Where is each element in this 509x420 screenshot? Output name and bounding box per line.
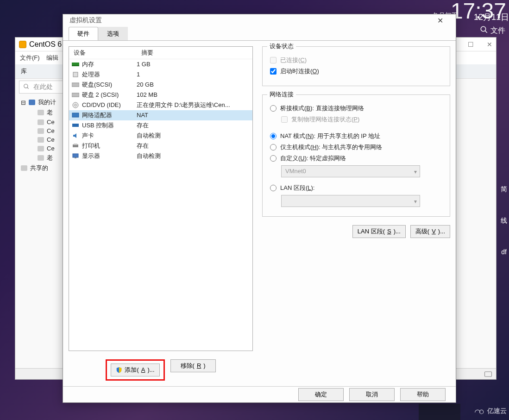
device-status-group: 设备状态 已连接(C) 启动时连接(O) bbox=[262, 46, 450, 86]
hw-row-memory[interactable]: 内存1 GB bbox=[69, 59, 252, 69]
memory-icon bbox=[72, 61, 79, 68]
close-button[interactable]: ✕ bbox=[487, 41, 492, 48]
search-icon bbox=[480, 25, 488, 36]
hw-row-disk[interactable]: 硬盘(SCSI)20 GB bbox=[69, 80, 252, 90]
hw-row-usb[interactable]: USB 控制器存在 bbox=[69, 120, 252, 131]
watermark-logo: 亿速云 bbox=[472, 407, 507, 415]
cpu-icon bbox=[72, 71, 79, 78]
tab-hardware[interactable]: 硬件 bbox=[69, 27, 98, 41]
svg-line-1 bbox=[485, 31, 487, 33]
message-icon bbox=[484, 371, 492, 377]
lan-segment-select: ▾ bbox=[281, 195, 420, 207]
vmware-icon bbox=[19, 41, 26, 48]
remove-hardware-button[interactable]: 移除(R) bbox=[170, 359, 216, 372]
hw-row-network[interactable]: 网络适配器NAT bbox=[69, 110, 252, 120]
hw-row-sound[interactable]: 声卡自动检测 bbox=[69, 131, 252, 141]
desktop-search-label: 文件 bbox=[490, 26, 505, 36]
hw-row-printer[interactable]: 打印机存在 bbox=[69, 141, 252, 151]
usb-icon bbox=[72, 122, 79, 129]
vm-icon bbox=[38, 137, 44, 143]
network-icon bbox=[72, 112, 79, 119]
chevron-down-icon: ▾ bbox=[414, 198, 417, 205]
hardware-list-header: 设备 摘要 bbox=[69, 47, 252, 59]
side-item: df bbox=[501, 248, 507, 256]
svg-point-12 bbox=[75, 104, 76, 106]
dialog-close-button[interactable]: ✕ bbox=[431, 16, 449, 25]
svg-rect-17 bbox=[73, 154, 78, 157]
cancel-button[interactable]: 取消 bbox=[349, 388, 395, 401]
hw-row-display[interactable]: 显示器自动检测 bbox=[69, 151, 252, 161]
svg-rect-7 bbox=[72, 65, 79, 66]
svg-rect-13 bbox=[72, 113, 79, 117]
desktop-search[interactable]: 文件 bbox=[480, 25, 505, 36]
computer-icon bbox=[29, 100, 35, 105]
nat-radio[interactable]: NAT 模式(N): 用于共享主机的 IP 地址 bbox=[270, 132, 442, 140]
svg-line-4 bbox=[27, 87, 29, 88]
svg-rect-14 bbox=[72, 124, 79, 127]
bridged-input[interactable] bbox=[270, 105, 276, 112]
hostonly-radio[interactable]: 仅主机模式(H): 与主机共享的专用网络 bbox=[270, 143, 442, 151]
highlight-box: 添加(A)... bbox=[106, 359, 164, 381]
bridged-radio[interactable]: 桥接模式(B): 直接连接物理网络 bbox=[270, 104, 442, 113]
group-legend: 设备状态 bbox=[267, 42, 296, 50]
network-connection-group: 网络连接 桥接模式(B): 直接连接物理网络 复制物理网络连接状态(P) NAT… bbox=[262, 94, 450, 217]
vm-icon bbox=[38, 110, 44, 115]
dialog-titlebar: 虚拟机设置 ✕ bbox=[63, 14, 456, 27]
menu-file[interactable]: 文件(F) bbox=[20, 54, 40, 62]
dialog-title-text: 虚拟机设置 bbox=[69, 16, 102, 25]
tab-options[interactable]: 选项 bbox=[98, 27, 128, 40]
ok-button[interactable]: 确定 bbox=[298, 388, 344, 401]
svg-rect-8 bbox=[73, 72, 78, 77]
connected-input bbox=[270, 57, 276, 63]
add-hardware-button[interactable]: 添加(A)... bbox=[111, 364, 159, 376]
dialog-tabs: 硬件 选项 bbox=[63, 27, 456, 40]
chevron-down-icon: ▾ bbox=[414, 169, 417, 175]
custom-network-select: VMnet0 ▾ bbox=[281, 165, 420, 177]
maximize-button[interactable]: ☐ bbox=[468, 41, 474, 48]
menu-edit[interactable]: 编辑 bbox=[46, 54, 58, 62]
search-placeholder: 在此处 bbox=[33, 83, 53, 91]
column-device: 设备 bbox=[74, 49, 141, 57]
hw-row-cddvd[interactable]: CD/DVD (IDE)正在使用文件 D:\老男孩运维\Cen... bbox=[69, 100, 252, 110]
vm-icon bbox=[38, 155, 44, 161]
hw-row-disk2[interactable]: 硬盘 2 (SCSI)102 MB bbox=[69, 90, 252, 100]
custom-radio[interactable]: 自定义(U): 特定虚拟网络 bbox=[270, 154, 442, 163]
svg-rect-16 bbox=[74, 144, 77, 145]
svg-point-3 bbox=[24, 84, 28, 88]
sound-icon bbox=[72, 132, 79, 139]
disk-icon bbox=[72, 92, 79, 98]
hostonly-input[interactable] bbox=[270, 144, 276, 150]
side-item: 线 bbox=[501, 217, 507, 225]
disk-icon bbox=[72, 81, 79, 88]
group-legend: 网络连接 bbox=[267, 90, 296, 99]
svg-rect-5 bbox=[485, 371, 492, 376]
desktop-sidebar: 简 线 df bbox=[499, 185, 509, 256]
hw-row-cpu[interactable]: 处理器1 bbox=[69, 69, 252, 80]
lan-segment-input[interactable] bbox=[270, 185, 276, 191]
svg-point-0 bbox=[481, 26, 486, 31]
vm-settings-dialog: 虚拟机设置 ✕ 硬件 选项 设备 摘要 内存1 GB 处理器1 硬盘(SCSI)… bbox=[63, 14, 456, 403]
svg-rect-18 bbox=[75, 157, 76, 158]
shared-icon bbox=[21, 165, 27, 171]
hardware-list: 设备 摘要 内存1 GB 处理器1 硬盘(SCSI)20 GB 硬盘 2 (SC… bbox=[69, 46, 253, 351]
replicate-physical-checkbox: 复制物理网络连接状态(P) bbox=[281, 115, 442, 124]
connected-checkbox: 已连接(C) bbox=[270, 56, 442, 64]
column-summary: 摘要 bbox=[141, 49, 153, 57]
vm-icon bbox=[38, 146, 44, 151]
lan-segments-button[interactable]: LAN 区段(S)... bbox=[352, 225, 406, 238]
side-item: 简 bbox=[501, 185, 507, 194]
cd-icon bbox=[72, 102, 79, 108]
display-icon bbox=[72, 153, 79, 159]
connect-at-poweron-checkbox[interactable]: 启动时连接(O) bbox=[270, 67, 442, 75]
search-icon bbox=[23, 83, 30, 91]
custom-input[interactable] bbox=[270, 155, 276, 162]
connect-at-poweron-input[interactable] bbox=[270, 68, 276, 75]
vm-icon bbox=[38, 128, 44, 134]
lan-segment-radio[interactable]: LAN 区段(L): bbox=[270, 184, 442, 192]
replicate-physical-input bbox=[281, 116, 288, 123]
library-search[interactable]: 在此处 bbox=[19, 81, 63, 94]
nat-input[interactable] bbox=[270, 133, 276, 139]
dialog-footer: 确定 取消 帮助 bbox=[63, 386, 456, 402]
help-button[interactable]: 帮助 bbox=[400, 388, 446, 401]
advanced-button[interactable]: 高级(V)... bbox=[410, 225, 450, 238]
